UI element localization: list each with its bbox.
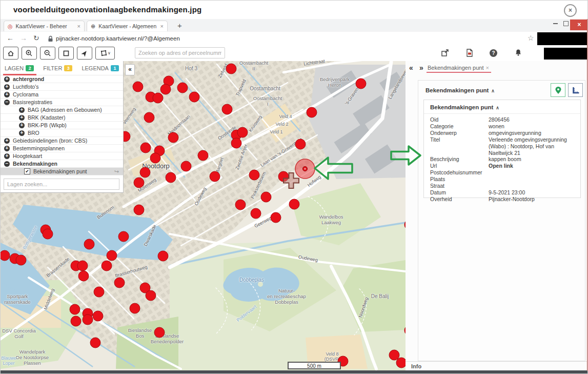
window-close-button[interactable]: × xyxy=(570,19,588,30)
back-icon[interactable]: ← xyxy=(7,34,14,42)
layer-collapse-icon[interactable]: − xyxy=(4,161,10,167)
layer-expand-icon[interactable]: + xyxy=(4,76,10,82)
new-tab-button[interactable]: + xyxy=(177,21,182,30)
extent-button[interactable] xyxy=(58,47,74,60)
map-marker[interactable] xyxy=(140,167,150,178)
map-marker[interactable] xyxy=(222,104,232,114)
map-marker[interactable] xyxy=(289,199,299,209)
window-minimize-button[interactable] xyxy=(553,23,558,24)
map-marker[interactable] xyxy=(78,271,89,281)
panel-tab-close-icon[interactable]: × xyxy=(485,65,489,71)
map-marker[interactable] xyxy=(130,303,140,313)
map-marker[interactable] xyxy=(261,192,271,202)
layer-row-bekendmakingen[interactable]: −Bekendmakingen xyxy=(1,160,123,168)
map-marker[interactable] xyxy=(177,83,188,93)
map-marker[interactable] xyxy=(114,278,125,288)
map-marker[interactable] xyxy=(146,290,156,301)
forward-icon[interactable]: → xyxy=(20,34,27,42)
map-marker[interactable] xyxy=(168,132,178,143)
layer-row-hoogtekaart[interactable]: +Hoogtekaart xyxy=(1,152,123,160)
layer-row-brk-kadaster[interactable]: +BRK (Kadaster) xyxy=(1,114,123,122)
layer-expand-icon[interactable]: + xyxy=(19,107,25,113)
help-icon[interactable]: ? xyxy=(490,49,497,57)
map-marker[interactable] xyxy=(295,139,306,149)
layer-row-bekendmakingen-punt[interactable]: ✔Bekendmakingen punt↪ xyxy=(1,168,123,175)
layer-expand-icon[interactable]: + xyxy=(19,130,25,136)
layer-checkbox[interactable]: ✔ xyxy=(24,168,30,174)
panel-tab[interactable]: Bekendmakingen punt× xyxy=(428,65,489,71)
layer-row-gebiedsindelingen-bron-cbs[interactable]: +Gebiedsindelingen (bron: CBS) xyxy=(1,137,123,145)
zoom-out-button[interactable] xyxy=(40,47,55,60)
layer-expand-icon[interactable]: + xyxy=(19,123,25,128)
sidebar-tab-filter[interactable]: FILTER3 xyxy=(43,65,72,71)
layer-zoom-icon[interactable]: ↪ xyxy=(114,168,119,175)
layer-row-bestemmingsplannen[interactable]: +Bestemmingsplannen xyxy=(1,145,123,152)
url-text[interactable]: pijnacker-nootdorp.kaartviewer.nl/?@Alge… xyxy=(56,35,180,42)
map-marker[interactable] xyxy=(71,316,81,326)
layer-row-basisregistraties[interactable]: −Basisregistraties xyxy=(1,99,123,106)
layer-row-achtergrond[interactable]: +achtergrond xyxy=(1,75,123,83)
open-external-icon[interactable] xyxy=(440,48,450,57)
map-marker[interactable] xyxy=(356,78,366,89)
layer-expand-icon[interactable]: + xyxy=(4,153,10,159)
map-marker[interactable] xyxy=(396,358,405,368)
map-marker[interactable] xyxy=(1,250,10,261)
layer-expand-icon[interactable]: + xyxy=(4,138,10,144)
browser-tab-kaartviewer-algemeen[interactable]: ⊕KaartViewer - Algemeen× xyxy=(87,21,168,31)
tab-close-icon[interactable]: × xyxy=(160,23,164,29)
zoom-to-feature-button[interactable] xyxy=(551,83,565,97)
map-marker[interactable] xyxy=(154,327,165,338)
viewer-close-icon[interactable]: × xyxy=(564,4,577,17)
map-marker[interactable] xyxy=(166,172,176,183)
map-marker[interactable] xyxy=(134,178,144,188)
map-marker[interactable] xyxy=(237,127,248,137)
map-marker[interactable] xyxy=(94,287,104,297)
map-marker[interactable] xyxy=(251,208,261,219)
locate-button[interactable] xyxy=(77,47,92,60)
notifications-bell-icon[interactable] xyxy=(514,48,522,57)
map-marker[interactable] xyxy=(389,350,399,360)
tab-close-icon[interactable]: × xyxy=(77,23,80,29)
browser-tab-kaartviewer-beheer[interactable]: ◎KaartViewer - Beheer× xyxy=(4,21,85,31)
layer-row-brk-pb-wkpb[interactable]: +BRK-PB (Wkpb) xyxy=(1,122,123,129)
map-marker[interactable] xyxy=(43,229,53,239)
map-marker[interactable] xyxy=(198,150,208,161)
map-marker[interactable] xyxy=(144,112,154,123)
map-marker[interactable] xyxy=(84,239,94,249)
map-marker[interactable] xyxy=(90,338,100,348)
feature-card-header[interactable]: Bekendmakingen punt∧ xyxy=(430,104,499,110)
map-marker[interactable] xyxy=(210,171,220,182)
layer-collapse-icon[interactable]: − xyxy=(4,100,10,105)
export-pdf-icon[interactable] xyxy=(465,48,474,57)
home-button[interactable] xyxy=(3,47,18,60)
map-marker[interactable] xyxy=(158,251,168,261)
map-marker[interactable] xyxy=(153,93,163,103)
map-marker[interactable] xyxy=(140,143,151,153)
map-marker[interactable] xyxy=(16,255,26,265)
map-marker[interactable] xyxy=(133,82,143,92)
measure-button[interactable] xyxy=(568,83,583,97)
map-marker[interactable] xyxy=(235,200,246,210)
map-marker[interactable] xyxy=(107,250,117,261)
map-marker[interactable] xyxy=(231,138,241,148)
layer-expand-icon[interactable]: + xyxy=(4,146,10,151)
selected-marker-core[interactable] xyxy=(304,168,306,169)
map-marker[interactable] xyxy=(77,261,88,271)
map-marker[interactable] xyxy=(70,304,80,314)
map-marker[interactable] xyxy=(189,92,199,102)
layer-row-cyclorama[interactable]: +Cyclorama xyxy=(1,91,123,99)
layer-row-bro[interactable]: +BRO xyxy=(1,129,123,137)
map-marker[interactable] xyxy=(150,153,160,163)
map-marker[interactable] xyxy=(160,84,171,94)
search-input[interactable] xyxy=(135,47,225,58)
bookmark-star-icon[interactable]: ☆ xyxy=(528,34,534,42)
map-marker[interactable] xyxy=(93,311,103,321)
sidebar-tab-legenda[interactable]: LEGENDA1 xyxy=(82,65,119,71)
map-marker[interactable] xyxy=(134,205,144,215)
map-marker[interactable] xyxy=(307,107,317,117)
sidebar-tab-lagen[interactable]: LAGEN2 xyxy=(5,65,34,71)
layer-row-luchtfoto-s[interactable]: +Luchtfoto's xyxy=(1,83,123,91)
panel-collapse-icon[interactable]: » xyxy=(419,64,423,72)
panel-expand-icon[interactable]: « xyxy=(409,64,413,72)
map-marker[interactable] xyxy=(226,64,236,74)
